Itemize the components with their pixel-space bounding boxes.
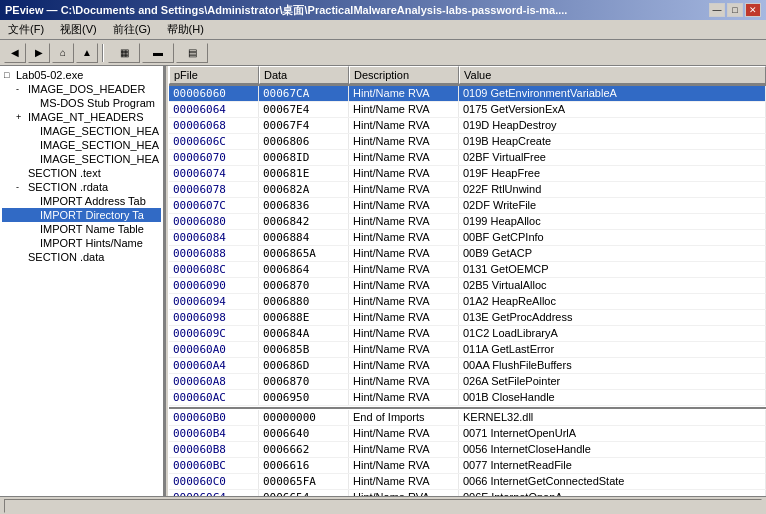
menu-goto[interactable]: 前往(G) (109, 21, 155, 38)
tree-item-section-hea-2[interactable]: IMAGE_SECTION_HEA (2, 138, 161, 152)
menu-bar: 文件(F) 视图(V) 前往(G) 帮助(H) (0, 20, 766, 40)
table-cell: 02BF VirtualFree (459, 150, 766, 165)
table-cell: Hint/Name RVA (349, 390, 459, 405)
table-row[interactable]: 000060A80006870Hint/Name RVA026A SetFile… (169, 374, 766, 390)
table-cell: 00006080 (169, 214, 259, 229)
table-cell: 0006884 (259, 230, 349, 245)
tree-item-section-rdata[interactable]: - SECTION .rdata (2, 180, 161, 194)
table-cell: 00006084 (169, 230, 259, 245)
tree-label: SECTION .text (28, 167, 101, 179)
view-button-1[interactable]: ▦ (108, 43, 140, 63)
table-row[interactable]: 000060B000000000End of ImportsKERNEL32.d… (169, 410, 766, 426)
table-cell: 0006836 (259, 198, 349, 213)
tree-item-import-hints[interactable]: IMPORT Hints/Name (2, 236, 161, 250)
col-pfile[interactable]: pFile (169, 66, 259, 84)
maximize-button[interactable]: □ (727, 3, 743, 17)
table-cell: 00006094 (169, 294, 259, 309)
table-row[interactable]: 000060AC0006950Hint/Name RVA001B CloseHa… (169, 390, 766, 406)
toolbar-separator-1 (102, 44, 104, 62)
table-row[interactable]: 0000606800067F4Hint/Name RVA019D HeapDes… (169, 118, 766, 134)
table-cell: 00AA FlushFileBuffers (459, 358, 766, 373)
tree-item-import-name[interactable]: IMPORT Name Table (2, 222, 161, 236)
table-row[interactable]: 0000606000067CAHint/Name RVA0109 GetEnvi… (169, 86, 766, 102)
tree-item-section-hea-3[interactable]: IMAGE_SECTION_HEA (2, 152, 161, 166)
table-cell: Hint/Name RVA (349, 458, 459, 473)
table-cell: Hint/Name RVA (349, 246, 459, 261)
minimize-button[interactable]: — (709, 3, 725, 17)
table-cell: 00006064 (169, 102, 259, 117)
table-cell: Hint/Name RVA (349, 166, 459, 181)
table-row[interactable]: 000060B40006640Hint/Name RVA0071 Interne… (169, 426, 766, 442)
tree-item-exe[interactable]: □ Lab05-02.exe (2, 68, 161, 82)
table-row[interactable]: 00006074000681EHint/Name RVA019F HeapFre… (169, 166, 766, 182)
table-cell: 000688E (259, 310, 349, 325)
table-cell: 01A2 HeapReAlloc (459, 294, 766, 309)
view-button-2[interactable]: ▬ (142, 43, 174, 63)
table-row[interactable]: 000060A4000686DHint/Name RVA00AA FlushFi… (169, 358, 766, 374)
table-row[interactable]: 000060800006842Hint/Name RVA0199 HeapAll… (169, 214, 766, 230)
table-cell: 00006088 (169, 246, 259, 261)
table-row[interactable]: 000060C40006654Hint/Name RVA006F Interne… (169, 490, 766, 496)
table-cell: 019D HeapDestroy (459, 118, 766, 133)
table-row[interactable]: 0000608C0006864Hint/Name RVA0131 GetOEMC… (169, 262, 766, 278)
menu-file[interactable]: 文件(F) (4, 21, 48, 38)
table-cell: 000060A8 (169, 374, 259, 389)
table-row[interactable]: 000060940006880Hint/Name RVA01A2 HeapReA… (169, 294, 766, 310)
tree-label: Lab05-02.exe (16, 69, 83, 81)
tree-label: MS-DOS Stub Program (40, 97, 155, 109)
menu-help[interactable]: 帮助(H) (163, 21, 208, 38)
table-cell: Hint/Name RVA (349, 278, 459, 293)
table-row[interactable]: 0000607000068IDHint/Name RVA02BF Virtual… (169, 150, 766, 166)
table-row[interactable]: 000060A0000685BHint/Name RVA011A GetLast… (169, 342, 766, 358)
col-description[interactable]: Description (349, 66, 459, 84)
close-button[interactable]: ✕ (745, 3, 761, 17)
table-row[interactable]: 000060B80006662Hint/Name RVA0056 Interne… (169, 442, 766, 458)
table-cell: 0000606C (169, 134, 259, 149)
table-row[interactable]: 0000609C000684AHint/Name RVA01C2 LoadLib… (169, 326, 766, 342)
table-row[interactable]: 0000606400067E4Hint/Name RVA0175 GetVers… (169, 102, 766, 118)
table-row[interactable]: 0000607C0006836Hint/Name RVA02DF WriteFi… (169, 198, 766, 214)
table-cell: 00006060 (169, 86, 259, 101)
tree-item-stub[interactable]: MS-DOS Stub Program (2, 96, 161, 110)
table-row[interactable]: 000060C0000065FAHint/Name RVA0066 Intern… (169, 474, 766, 490)
table-cell: 000681E (259, 166, 349, 181)
table-header: pFile Data Description Value (169, 66, 766, 86)
tree-item-dos-header[interactable]: - IMAGE_DOS_HEADER (2, 82, 161, 96)
window-controls: — □ ✕ (709, 3, 761, 17)
table-cell: 00006090 (169, 278, 259, 293)
table-row[interactable]: 0000606C0006806Hint/Name RVA019B HeapCre… (169, 134, 766, 150)
tree-item-section-text[interactable]: SECTION .text (2, 166, 161, 180)
back-button[interactable]: ◀ (4, 43, 26, 63)
menu-view[interactable]: 视图(V) (56, 21, 101, 38)
tree-item-nt-headers[interactable]: + IMAGE_NT_HEADERS (2, 110, 161, 124)
table-cell: 000684A (259, 326, 349, 341)
view-button-3[interactable]: ▤ (176, 43, 208, 63)
table-row[interactable]: 00006078000682AHint/Name RVA022F RtlUnwi… (169, 182, 766, 198)
table-row[interactable]: 000060BC0006616Hint/Name RVA0077 Interne… (169, 458, 766, 474)
table-row[interactable]: 000060840006884Hint/Name RVA00BF GetCPIn… (169, 230, 766, 246)
tree-item-section-hea-1[interactable]: IMAGE_SECTION_HEA (2, 124, 161, 138)
up-button[interactable]: ▲ (76, 43, 98, 63)
expand-icon (28, 98, 40, 108)
table-cell: 000060B0 (169, 410, 259, 425)
table-cell: Hint/Name RVA (349, 86, 459, 101)
table-cell: 000685B (259, 342, 349, 357)
col-value[interactable]: Value (459, 66, 766, 84)
table-cell: 0056 InternetCloseHandle (459, 442, 766, 457)
expand-icon (28, 126, 40, 136)
table-row[interactable]: 000060900006870Hint/Name RVA02B5 Virtual… (169, 278, 766, 294)
table-row[interactable]: 00006098000688EHint/Name RVA013E GetProc… (169, 310, 766, 326)
tree-item-section-data[interactable]: SECTION .data (2, 250, 161, 264)
table-body[interactable]: 0000606000067CAHint/Name RVA0109 GetEnvi… (169, 86, 766, 496)
col-data[interactable]: Data (259, 66, 349, 84)
home-button[interactable]: ⌂ (52, 43, 74, 63)
forward-button[interactable]: ▶ (28, 43, 50, 63)
tree-item-import-addr[interactable]: IMPORT Address Tab (2, 194, 161, 208)
table-cell: 000060C0 (169, 474, 259, 489)
tree-item-import-dir[interactable]: IMPORT Directory Ta (2, 208, 161, 222)
table-cell: 00006078 (169, 182, 259, 197)
table-cell: 0006870 (259, 374, 349, 389)
tree-panel[interactable]: □ Lab05-02.exe - IMAGE_DOS_HEADER MS-DOS… (0, 66, 165, 496)
expand-icon (16, 252, 28, 262)
table-row[interactable]: 000060880006865AHint/Name RVA00B9 GetACP (169, 246, 766, 262)
